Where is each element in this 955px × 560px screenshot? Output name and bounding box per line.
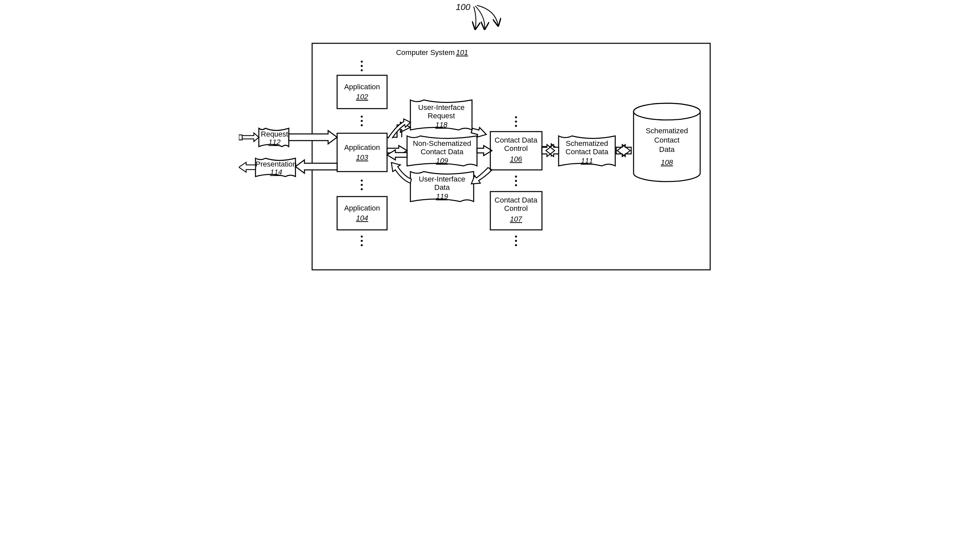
ui-data-scroll: User-Interface Data 119 <box>410 172 474 202</box>
svg-point-46 <box>515 244 517 246</box>
svg-text:Contact Data: Contact Data <box>494 136 537 144</box>
computer-system-num: 101 <box>456 48 468 56</box>
svg-text:Request: Request <box>261 130 288 138</box>
svg-text:Control: Control <box>504 204 528 213</box>
contact-data-control-107: Contact Data Control 107 <box>490 192 542 230</box>
svg-point-7 <box>361 184 363 186</box>
svg-text:106: 106 <box>510 155 522 163</box>
svg-point-55 <box>634 103 700 120</box>
arrow-request-to-app <box>289 131 337 144</box>
svg-text:111: 111 <box>581 156 593 165</box>
svg-text:118: 118 <box>435 120 447 129</box>
svg-point-40 <box>515 125 517 127</box>
svg-text:Application: Application <box>344 143 380 152</box>
ui-request-scroll: User-Interface Request 118 <box>410 100 472 130</box>
app-dots-mid2 <box>361 180 363 190</box>
svg-text:Presentation: Presentation <box>255 160 297 168</box>
svg-rect-12 <box>337 75 387 109</box>
svg-point-44 <box>515 236 517 238</box>
svg-text:Schematized: Schematized <box>645 127 688 135</box>
svg-text:104: 104 <box>356 214 368 222</box>
control-dots-mid <box>515 175 517 186</box>
non-schema-scroll: Non-Schematized Contact Data 109 <box>407 136 477 166</box>
svg-point-1 <box>361 65 363 67</box>
control-dots-top <box>515 116 517 127</box>
svg-point-38 <box>515 116 517 118</box>
application-104: Application 104 <box>337 197 387 230</box>
svg-point-41 <box>515 175 517 178</box>
app-dots-mid1 <box>361 116 363 126</box>
svg-text:114: 114 <box>270 168 282 176</box>
svg-point-9 <box>361 236 363 238</box>
svg-text:User-Interface: User-Interface <box>419 175 465 183</box>
svg-text:Schematized: Schematized <box>565 139 608 148</box>
svg-text:Application: Application <box>344 204 380 212</box>
app-dots-top <box>361 61 363 71</box>
presentation-scroll: Presentation 114 <box>255 158 297 177</box>
svg-text:User-Interface: User-Interface <box>418 103 464 112</box>
svg-point-45 <box>515 240 517 242</box>
svg-text:107: 107 <box>510 215 522 223</box>
svg-text:Contact Data: Contact Data <box>494 196 537 204</box>
contact-data-control-106: Contact Data Control 106 <box>490 131 542 170</box>
arrow-bidir-schema-db <box>616 145 631 156</box>
schema-scroll: Schematized Contact Data 111 <box>559 136 615 166</box>
svg-rect-18 <box>337 197 387 230</box>
svg-point-42 <box>515 180 517 182</box>
request-scroll: Request 112 <box>259 128 289 147</box>
svg-point-3 <box>361 116 363 117</box>
svg-point-10 <box>361 240 363 242</box>
svg-text:103: 103 <box>356 153 368 161</box>
svg-point-8 <box>361 188 363 190</box>
app-dots-bottom <box>361 236 363 246</box>
figure-number: 100 <box>456 2 470 12</box>
computer-system-label: Computer System <box>396 48 454 56</box>
svg-point-5 <box>361 124 363 126</box>
control-dots-bottom <box>515 236 517 246</box>
svg-point-4 <box>361 120 363 122</box>
svg-text:119: 119 <box>436 192 448 200</box>
svg-point-43 <box>515 184 517 186</box>
svg-text:Contact: Contact <box>654 136 679 144</box>
request-in-arrow <box>239 133 259 142</box>
figure-arrows <box>474 5 498 28</box>
application-103: Application 103 <box>337 133 387 172</box>
arrow-control-to-uidata <box>471 167 492 184</box>
svg-point-6 <box>361 180 363 181</box>
svg-text:Application: Application <box>344 83 380 91</box>
svg-rect-15 <box>337 133 387 172</box>
svg-point-11 <box>361 244 363 246</box>
svg-text:Data: Data <box>434 183 450 192</box>
svg-text:102: 102 <box>356 92 368 101</box>
database-cylinder: Schematized Contact Data 108 <box>634 103 700 181</box>
svg-text:Contact Data: Contact Data <box>420 148 463 156</box>
presentation-out-arrow <box>239 162 255 172</box>
svg-text:Contact Data: Contact Data <box>565 148 608 156</box>
svg-point-39 <box>515 120 517 123</box>
svg-text:109: 109 <box>436 156 448 165</box>
svg-point-2 <box>361 69 363 71</box>
svg-point-0 <box>361 61 363 63</box>
application-102: Application 102 <box>337 75 387 109</box>
diagram-canvas: 100 Computer System 101 Application 102 … <box>239 0 717 280</box>
arrow-app-to-presentation <box>296 160 337 173</box>
svg-text:Non-Schematized: Non-Schematized <box>413 139 471 148</box>
arrow-nonschema-to-control <box>477 145 492 156</box>
svg-text:112: 112 <box>268 138 280 146</box>
svg-text:Control: Control <box>504 144 528 153</box>
svg-text:108: 108 <box>661 158 673 167</box>
svg-text:Request: Request <box>428 112 455 120</box>
svg-text:Data: Data <box>659 145 675 153</box>
